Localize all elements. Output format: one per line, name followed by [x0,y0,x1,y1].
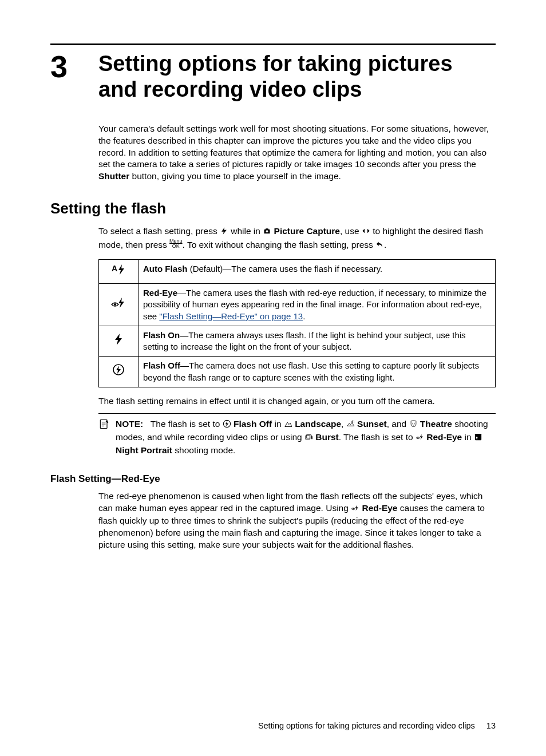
svg-rect-16 [307,435,311,438]
red-eye-label: Red-Eye [362,503,397,513]
flash-setting-red-eye-heading: Flash Setting—Red-Eye [50,473,496,486]
note-icon [98,418,111,457]
table-row: A Auto Flash (Default)—The camera uses t… [99,260,496,284]
setting-the-flash-heading: Setting the flash [50,199,496,219]
svg-point-13 [412,423,413,423]
mode-desc: —The camera always uses flash. If the li… [143,330,466,351]
flash-persistence-note: The flash setting remains in effect unti… [50,395,496,407]
left-right-arrows-icon [362,227,370,239]
red-eye-paragraph: The red-eye phenomenon is caused when li… [98,490,496,552]
mode-desc-b: . [303,311,305,321]
red-eye-icon [416,433,424,445]
landscape-icon [284,419,292,432]
svg-point-22 [353,508,354,509]
mode-desc: (Default)—The camera uses the flash if n… [188,264,383,274]
sunset-icon [346,419,355,432]
flash-icon [220,227,228,239]
svg-point-21 [476,437,478,438]
night-portrait-label: Night Portrait [116,445,172,455]
svg-point-14 [414,423,414,423]
page-number: 13 [486,721,496,730]
page-footer: Setting options for taking pictures and … [258,721,496,732]
red-eye-xref-link[interactable]: "Flash Setting—Red-Eye" on page 13 [159,311,303,321]
flash-instructions: To select a flash setting, press while i… [98,225,496,252]
svg-rect-15 [306,436,310,439]
table-row: Red-Eye—The camera uses the flash with r… [99,284,496,326]
flash-off-label: Flash Off [234,419,272,429]
camera-icon [263,227,271,239]
svg-point-0 [266,231,268,233]
burst-label: Burst [315,432,338,442]
note-block: NOTE: The flash is set to Flash Off in L… [98,413,496,457]
table-row: Flash On—The camera always uses flash. I… [99,326,496,357]
chapter-title: Setting options for taking pictures and … [98,51,496,102]
note-label: NOTE: [116,419,143,429]
intro-text-before: Your camera's default settings work well… [98,124,489,169]
footer-text: Setting options for taking pictures and … [258,721,475,730]
red-eye-icon [99,284,139,326]
svg-rect-20 [475,434,481,440]
mode-desc: —The camera does not use flash. Use this… [143,361,479,382]
red-eye-icon [351,504,359,516]
picture-capture-label: Picture Capture [274,226,340,236]
theatre-icon [409,419,418,432]
auto-flash-icon: A [99,260,139,284]
svg-point-2 [114,303,116,306]
flash-off-icon [223,419,231,432]
burst-icon [304,433,313,445]
shutter-label: Shutter [98,171,129,181]
table-row: Flash Off—The camera does not use flash.… [99,357,496,387]
mode-name: Flash Off [143,361,180,370]
back-arrow-icon [375,240,384,252]
flash-on-icon [99,326,139,357]
svg-point-9 [351,421,353,423]
menu-ok-button-icon: MenuOK [169,239,183,249]
intro-paragraph: Your camera's default settings work well… [98,123,496,183]
intro-text-after: button, giving you time to place yoursel… [129,171,341,181]
red-eye-label: Red-Eye [426,432,462,442]
mode-name: Auto Flash [143,264,188,274]
night-portrait-icon [474,433,482,445]
mode-name: Red-Eye [143,288,177,298]
flash-off-icon [99,357,139,387]
svg-text:A: A [112,264,117,273]
theatre-label: Theatre [420,419,452,429]
svg-point-19 [417,437,418,438]
sunset-label: Sunset [357,419,387,429]
svg-line-12 [353,420,354,421]
mode-name: Flash On [143,330,180,340]
flash-modes-table: A Auto Flash (Default)—The camera uses t… [98,259,496,387]
chapter-number: 3 [50,51,98,82]
landscape-label: Landscape [295,419,341,429]
